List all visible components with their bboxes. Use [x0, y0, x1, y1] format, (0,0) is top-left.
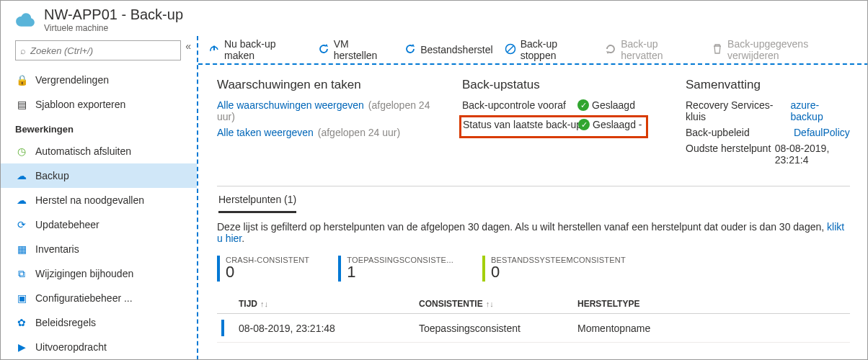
stop-backup-button[interactable]: Back-up stoppen — [505, 38, 594, 61]
policy-icon: ✿ — [15, 317, 28, 328]
row-accent — [221, 320, 224, 336]
last-backup-value: Geslaagd - — [593, 119, 642, 130]
config-icon: ▣ — [15, 292, 28, 304]
cell-consistency: Toepassingsconsistent — [397, 323, 556, 334]
sidebar-item-autoshutdown[interactable]: ◷ Automatisch afsluiten — [1, 139, 197, 163]
page-header: NW-APP01 - Back-up Virtuele machine — [1, 1, 867, 36]
sidebar-item-label: Updatebeheer — [35, 219, 99, 230]
sort-icon: ↑↓ — [486, 300, 494, 308]
cloud-icon: ☁ — [15, 194, 28, 206]
sidebar: « ⌕ 🔒 Vergrendelingen ▤ Sjabloon exporte… — [1, 36, 197, 360]
alerts-section: Waarschuwingen en taken Alle waarschuwin… — [217, 78, 448, 170]
vault-label: Recovery Services-kluis — [686, 99, 791, 122]
upload-icon — [208, 43, 220, 57]
sidebar-item-run-command[interactable]: ▶ Uitvoeropdracht — [1, 335, 197, 359]
view-alerts-link[interactable]: Alle waarschuwingen weergeven — [217, 99, 364, 111]
policy-label: Back-upbeleid — [686, 127, 794, 138]
summary-heading: Samenvatting — [686, 78, 850, 92]
oldest-label: Oudste herstelpunt — [686, 143, 775, 166]
success-icon: ✓ — [577, 99, 589, 111]
sidebar-item-label: Automatisch afsluiten — [35, 145, 131, 157]
vault-link[interactable]: azure-backup — [791, 99, 850, 122]
stat-fs-consistent: BESTANDSSYSTEEMCONSISTENT 0 — [482, 256, 626, 282]
sidebar-item-locks[interactable]: 🔒 Vergrendelingen — [1, 68, 197, 92]
stat-app-consistent: TOEPASSINGSCONSISTE... 1 — [338, 256, 453, 282]
col-time[interactable]: TIJD↑↓ — [217, 299, 397, 309]
cloud-icon: ☁ — [15, 170, 28, 181]
sidebar-item-backup[interactable]: ☁ Backup — [1, 163, 197, 188]
sidebar-item-label: Configuratiebeheer ... — [35, 292, 133, 304]
restore-vm-button[interactable]: VM herstellen — [318, 38, 394, 61]
svg-line-1 — [508, 46, 513, 52]
search-icon: ⌕ — [20, 45, 26, 56]
stat-crash-consistent: CRASH-CONSISTENT 0 — [217, 256, 309, 282]
command-bar: Nu back-up maken VM herstellen Bestandsh… — [198, 36, 868, 65]
search-input[interactable]: ⌕ — [15, 40, 181, 60]
precheck-value: Geslaagd — [592, 99, 635, 111]
restore-table-header: TIJD↑↓ CONSISTENTIE↑↓ HERSTELTYPE — [217, 294, 850, 314]
runcmd-icon: ▶ — [15, 341, 28, 353]
jobs-period: (afgelopen 24 uur) — [318, 127, 400, 138]
consistency-stats: CRASH-CONSISTENT 0 TOEPASSINGSCONSISTE..… — [217, 256, 850, 282]
last-backup-highlight: Status van laatste back-up ✓ Geslaagd - — [459, 115, 648, 138]
sidebar-item-update-mgmt[interactable]: ⟳ Updatebeheer — [1, 212, 197, 237]
template-icon: ▤ — [15, 99, 28, 110]
stat-bar — [482, 256, 485, 282]
collapse-sidebar-icon[interactable]: « — [185, 40, 191, 52]
sidebar-item-label: Inventaris — [35, 243, 79, 255]
refresh-icon — [605, 43, 616, 57]
sidebar-item-disaster-recovery[interactable]: ☁ Herstel na noodgevallen — [1, 188, 197, 212]
last-backup-label: Status van laatste back-up — [463, 119, 578, 130]
file-recovery-button[interactable]: Bestandsherstel — [404, 43, 492, 57]
backup-now-button[interactable]: Nu back-up maken — [208, 38, 306, 61]
search-field[interactable] — [30, 45, 176, 56]
sidebar-item-inventory[interactable]: ▦ Inventaris — [1, 237, 197, 261]
status-section: Back-upstatus Back-upcontrole vooraf ✓ G… — [462, 78, 671, 170]
sidebar-item-label: Backup — [35, 170, 69, 181]
inventory-icon: ▦ — [15, 243, 28, 255]
clock-icon: ◷ — [15, 145, 28, 157]
resource-type: Virtuele machine — [44, 23, 183, 33]
stat-bar — [217, 256, 220, 282]
delete-backup-data-button: Back-upgegevens verwijderen — [712, 38, 859, 61]
precheck-label: Back-upcontrole vooraf — [462, 99, 577, 111]
summary-section: Samenvatting Recovery Services-kluis azu… — [686, 78, 850, 170]
lock-icon: 🔒 — [15, 74, 28, 86]
table-row[interactable]: 08-08-2019, 23:21:48 Toepassingsconsiste… — [217, 314, 850, 343]
sidebar-item-label: Uitvoeropdracht — [35, 341, 107, 353]
policy-link[interactable]: DefaulPolicy — [794, 127, 850, 138]
sidebar-item-label: Vergrendelingen — [35, 74, 109, 86]
filter-hint: Deze lijst is gefilterd op herstelpunten… — [217, 221, 850, 244]
sidebar-section-operations: Bewerkingen — [15, 124, 197, 135]
sort-icon: ↑↓ — [260, 300, 268, 308]
update-icon: ⟳ — [15, 219, 28, 230]
sidebar-item-label: Sjabloon exporteren — [35, 99, 125, 110]
tab-restore-points[interactable]: Herstelpunten (1) — [218, 194, 296, 213]
cell-type: Momentopname — [556, 323, 850, 334]
sidebar-item-change-tracking[interactable]: ⧉ Wijzigingen bijhouden — [1, 261, 197, 286]
view-jobs-link[interactable]: Alle taken weergeven — [217, 127, 314, 138]
stat-bar — [338, 256, 341, 282]
restore-points-tabs: Herstelpunten (1) — [217, 186, 850, 211]
undo-icon — [404, 43, 416, 57]
page-title: NW-APP01 - Back-up — [44, 6, 183, 23]
undo-icon — [318, 43, 329, 57]
col-type[interactable]: HERSTELTYPE — [556, 299, 850, 309]
sidebar-item-label: Wijzigingen bijhouden — [35, 268, 133, 279]
sidebar-item-config-mgmt[interactable]: ▣ Configuratiebeheer ... — [1, 286, 197, 310]
col-consistency[interactable]: CONSISTENTIE↑↓ — [397, 299, 556, 309]
resume-backup-button: Back-up hervatten — [605, 38, 700, 61]
main-panel: Nu back-up maken VM herstellen Bestandsh… — [197, 36, 868, 360]
stop-icon — [505, 43, 516, 57]
sidebar-item-policies[interactable]: ✿ Beleidsregels — [1, 310, 197, 335]
sidebar-item-label: Herstel na noodgevallen — [35, 194, 144, 206]
status-heading: Back-upstatus — [462, 78, 671, 92]
success-icon: ✓ — [578, 119, 590, 130]
sidebar-item-label: Beleidsregels — [35, 317, 96, 328]
track-icon: ⧉ — [15, 268, 28, 280]
oldest-value: 08-08-2019, 23:21:4 — [775, 143, 850, 166]
cloud-icon — [15, 12, 35, 28]
cell-time: 08-08-2019, 23:21:48 — [217, 323, 397, 334]
trash-icon — [712, 43, 723, 57]
sidebar-item-export-template[interactable]: ▤ Sjabloon exporteren — [1, 92, 197, 117]
